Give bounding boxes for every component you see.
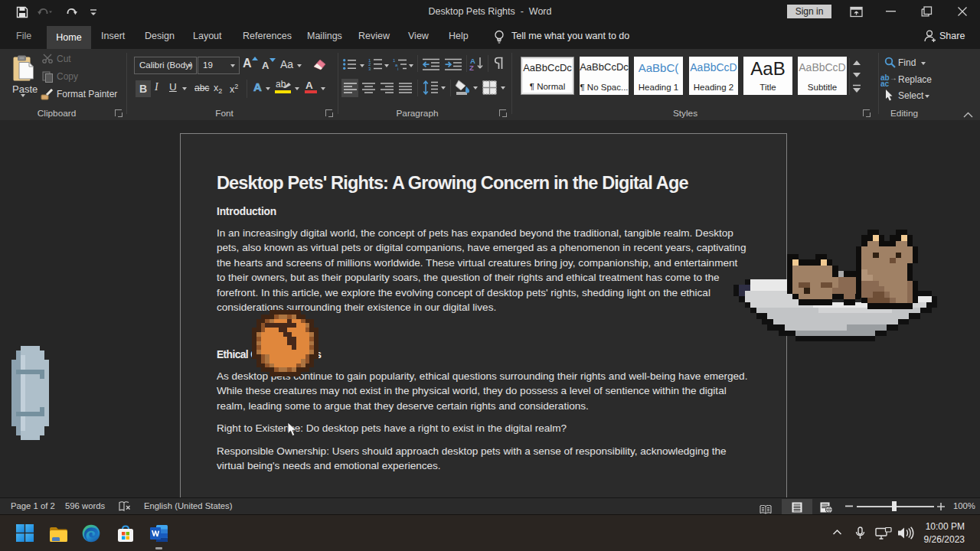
svg-text:i: i bbox=[397, 67, 398, 70]
svg-text:3: 3 bbox=[368, 67, 371, 71]
